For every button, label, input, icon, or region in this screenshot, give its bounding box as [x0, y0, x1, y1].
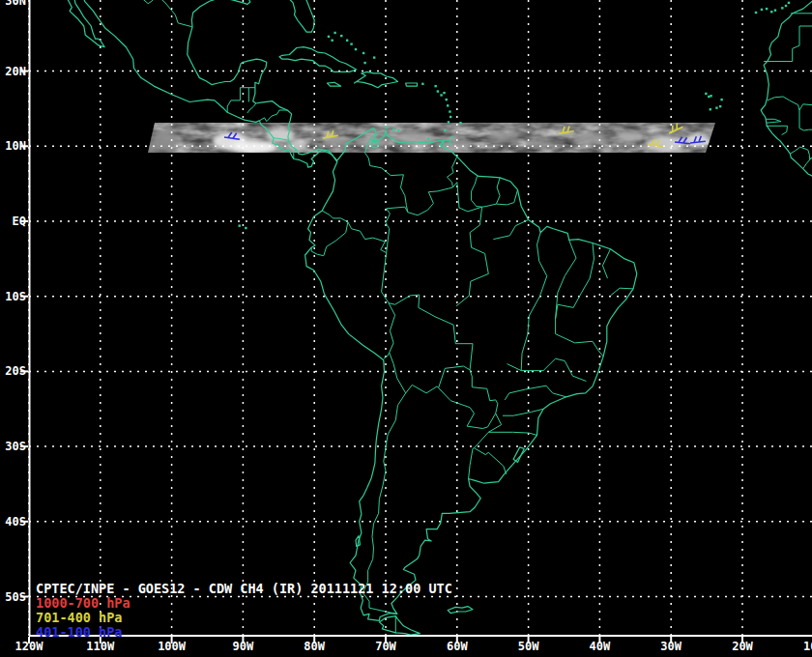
lon-tick-label: 100W — [158, 640, 187, 653]
border-line — [470, 370, 498, 427]
island-dot — [346, 40, 348, 42]
island-dot — [710, 95, 711, 97]
island-dot — [450, 136, 452, 138]
lon-tick-label: 60W — [447, 640, 468, 653]
border-line — [390, 353, 406, 393]
lon-tick-label: 40W — [590, 640, 611, 653]
coastline — [279, 47, 357, 72]
island-dot — [440, 94, 442, 96]
border-line — [406, 385, 439, 393]
cloud-blob — [685, 134, 710, 148]
cloud-blob — [572, 133, 603, 145]
cloud-blob — [528, 139, 555, 149]
satellite-swath — [145, 114, 725, 160]
island-dot — [331, 40, 333, 42]
border-line — [322, 211, 348, 222]
island-dot — [392, 129, 394, 130]
island-dot — [448, 121, 450, 123]
island-dot — [770, 11, 772, 13]
island-dot — [719, 105, 721, 107]
island-dot — [774, 9, 776, 11]
island-dot — [363, 62, 365, 64]
lon-tick-label: 20W — [732, 640, 753, 653]
lat-tick-label: 30S — [5, 440, 26, 453]
island-dot — [340, 35, 342, 37]
island-dot — [766, 8, 768, 10]
legend-item: 701-400 hPa — [36, 611, 130, 625]
lat-tick-label: 10N — [5, 139, 26, 153]
border-line — [348, 222, 387, 253]
border-line — [767, 122, 781, 124]
lon-tick-label: 120W — [15, 640, 44, 653]
island-dot — [328, 36, 330, 38]
island-dot — [427, 137, 429, 139]
island-dot — [397, 129, 399, 131]
island-dot — [350, 43, 352, 44]
island-dot — [245, 227, 246, 229]
island-dot — [362, 52, 364, 54]
border-line — [389, 295, 473, 370]
border-line — [556, 304, 604, 357]
border-line — [496, 178, 500, 204]
lon-tick-label: 90W — [233, 640, 254, 653]
coastline — [268, 0, 314, 32]
island-dot — [239, 224, 241, 226]
border-line — [408, 187, 453, 215]
cloud-blob — [617, 130, 644, 142]
border-line — [448, 157, 457, 187]
border-line — [452, 183, 517, 212]
border-line — [259, 110, 287, 122]
lon-tick-label: 80W — [304, 640, 325, 653]
coastline — [355, 71, 398, 87]
lat-tick-label: 20N — [5, 65, 26, 78]
island-dot — [446, 99, 448, 100]
island-dot — [444, 129, 446, 131]
satellite-wind-product: 30N20N10NEQ10S20S30S40S50S120W110W100W90… — [0, 0, 812, 657]
pressure-level-legend: 1000-700 hPa701-400 hPa401-100 hPa — [36, 596, 130, 640]
island-dot — [386, 127, 388, 129]
border-line — [799, 104, 812, 110]
island-dot — [720, 99, 722, 100]
border-line — [766, 119, 781, 121]
island-dot — [355, 48, 357, 50]
border-line — [799, 129, 812, 130]
axis-frame — [20, 0, 812, 643]
lon-tick-label: 70W — [375, 640, 396, 653]
island-dot — [708, 96, 710, 98]
island-dot — [705, 93, 707, 95]
border-line — [247, 103, 256, 113]
border-line — [537, 233, 547, 276]
coastline — [66, 0, 105, 47]
border-line — [505, 386, 566, 400]
island-dot — [449, 110, 450, 112]
island-dot — [373, 56, 375, 58]
border-line — [472, 176, 482, 207]
coastline — [328, 82, 341, 86]
border-line — [556, 240, 576, 319]
border-line — [475, 414, 502, 448]
border-line — [493, 219, 528, 239]
legend-item: 1000-700 hPa — [36, 596, 130, 611]
island-dot — [447, 104, 449, 106]
border-line — [508, 358, 587, 381]
grid-layer — [29, 0, 812, 636]
island-dot — [785, 5, 787, 7]
island-dot — [450, 116, 451, 118]
islands-layer — [239, 2, 791, 230]
island-dot — [781, 7, 783, 9]
lon-tick-label: 30W — [660, 640, 682, 653]
border-line — [469, 448, 475, 479]
axis-labels: 30N20N10NEQ10S20S30S40S50S120W110W100W90… — [5, 0, 812, 653]
island-dot — [334, 32, 335, 34]
cloud-blob — [266, 128, 295, 143]
island-dot — [761, 9, 763, 11]
lat-tick-label: 40S — [5, 515, 26, 528]
coastline — [513, 447, 524, 463]
island-dot — [459, 122, 461, 124]
island-dot — [710, 108, 711, 110]
border-line — [389, 303, 395, 353]
lat-tick-label: 10S — [5, 290, 26, 303]
border-line — [488, 432, 536, 435]
coastline — [406, 83, 418, 86]
border-line — [386, 207, 408, 252]
